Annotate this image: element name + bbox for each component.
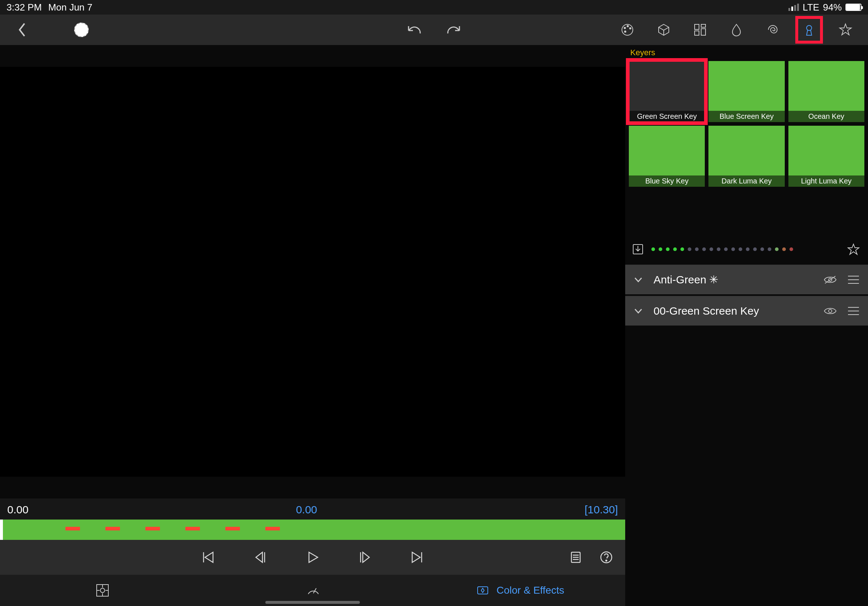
preset-dot[interactable] xyxy=(746,247,750,251)
svg-point-27 xyxy=(606,560,607,561)
preset-dot[interactable] xyxy=(688,247,691,251)
preset-dot[interactable] xyxy=(789,247,793,251)
time-current: 0.00 xyxy=(296,504,317,516)
spiral-tool-button[interactable] xyxy=(765,22,781,38)
time-duration: [10.30] xyxy=(584,504,618,516)
status-time: 3:32 PM xyxy=(6,2,42,13)
svg-rect-7 xyxy=(694,24,699,29)
play-button[interactable] xyxy=(305,549,321,565)
time-start: 0.00 xyxy=(7,504,28,516)
undo-button[interactable] xyxy=(407,22,423,38)
keyer-tile[interactable]: Green Screen Key xyxy=(629,61,705,122)
color-effects-label: Color & Effects xyxy=(496,584,564,596)
preset-dot[interactable] xyxy=(710,247,713,251)
preset-dot[interactable] xyxy=(695,247,699,251)
reorder-handle[interactable] xyxy=(847,273,860,286)
status-date: Mon Jun 7 xyxy=(48,2,92,13)
preset-dot[interactable] xyxy=(731,247,735,251)
svg-marker-38 xyxy=(848,244,859,254)
svg-rect-9 xyxy=(701,29,705,35)
grid-tool-button[interactable] xyxy=(692,22,708,38)
svg-point-29 xyxy=(100,588,105,592)
color-effects-tab[interactable]: Color & Effects xyxy=(476,584,564,597)
speed-tool-button[interactable] xyxy=(305,582,321,598)
focus-tool-button[interactable] xyxy=(95,582,110,598)
step-back-button[interactable] xyxy=(252,549,268,565)
svg-point-3 xyxy=(629,28,631,29)
record-button[interactable] xyxy=(74,23,89,37)
help-button[interactable] xyxy=(598,549,614,565)
preset-dot[interactable] xyxy=(782,247,786,251)
status-bar: 3:32 PM Mon Jun 7 LTE 94% xyxy=(0,0,868,14)
effect-name: Anti-Green ✳︎ xyxy=(654,273,814,286)
effect-row[interactable]: Anti-Green ✳︎ xyxy=(625,264,868,294)
preset-dot[interactable] xyxy=(724,247,728,251)
cube-tool-button[interactable] xyxy=(656,22,672,38)
preset-dot[interactable] xyxy=(753,247,757,251)
keyer-tile[interactable]: Dark Luma Key xyxy=(708,126,784,187)
keyer-tile-label: Blue Screen Key xyxy=(708,111,784,122)
svg-point-2 xyxy=(627,25,628,27)
preset-dot[interactable] xyxy=(659,247,662,251)
preset-dot[interactable] xyxy=(651,247,655,251)
keyer-tile-label: Dark Luma Key xyxy=(708,175,784,187)
keyers-label: Keyers xyxy=(625,45,868,61)
keyer-tile[interactable]: Ocean Key xyxy=(788,61,864,122)
svg-marker-17 xyxy=(309,552,318,563)
back-button[interactable] xyxy=(14,22,31,38)
drop-tool-button[interactable] xyxy=(728,22,744,38)
signal-icon xyxy=(788,4,799,11)
keyer-tile[interactable]: Light Luma Key xyxy=(788,126,864,187)
keyer-tile-label: Light Luma Key xyxy=(788,175,864,187)
effect-name: 00-Green Screen Key xyxy=(654,305,814,317)
clipboard-button[interactable] xyxy=(568,549,584,565)
redo-button[interactable] xyxy=(445,22,461,38)
visibility-toggle[interactable] xyxy=(824,305,837,317)
bottom-bar: Color & Effects xyxy=(0,575,625,606)
palette-tool-button[interactable] xyxy=(619,22,636,38)
effects-panel: Keyers Green Screen KeyBlue Screen KeyOc… xyxy=(625,45,868,606)
preset-dot[interactable] xyxy=(760,247,764,251)
timeline-area: 0.00 0.00 [10.30] xyxy=(0,498,625,606)
svg-marker-20 xyxy=(412,552,420,563)
svg-point-4 xyxy=(625,31,626,32)
reorder-handle[interactable] xyxy=(847,305,860,317)
svg-marker-19 xyxy=(363,552,369,563)
preset-dot[interactable] xyxy=(702,247,706,251)
skip-start-button[interactable] xyxy=(200,549,216,565)
keyer-tile-label: Green Screen Key xyxy=(629,111,705,122)
svg-rect-10 xyxy=(694,31,699,35)
step-forward-button[interactable] xyxy=(357,549,373,565)
keyer-tile[interactable]: Blue Sky Key xyxy=(629,126,705,187)
svg-point-1 xyxy=(624,27,626,29)
home-indicator[interactable] xyxy=(265,601,360,604)
chevron-down-icon xyxy=(633,306,643,316)
preset-dot[interactable] xyxy=(717,247,721,251)
chevron-down-icon xyxy=(633,275,643,285)
keyhole-tool-button[interactable] xyxy=(801,22,817,38)
svg-marker-12 xyxy=(840,24,851,35)
svg-marker-14 xyxy=(205,552,213,563)
preset-dot[interactable] xyxy=(739,247,742,251)
star-tool-button[interactable] xyxy=(837,22,854,38)
skip-end-button[interactable] xyxy=(409,549,425,565)
battery-pct: 94% xyxy=(823,2,842,13)
svg-marker-15 xyxy=(256,552,262,563)
top-toolbar xyxy=(0,14,868,45)
svg-point-44 xyxy=(829,309,832,312)
preset-dot[interactable] xyxy=(680,247,684,251)
preview-viewport[interactable] xyxy=(0,67,625,477)
timeline-track[interactable] xyxy=(0,519,625,540)
transport-bar xyxy=(0,540,625,575)
favorite-preset-button[interactable] xyxy=(845,241,862,257)
keyer-tile[interactable]: Blue Screen Key xyxy=(708,61,784,122)
effect-row[interactable]: 00-Green Screen Key xyxy=(625,296,868,326)
preset-dot[interactable] xyxy=(775,247,778,251)
network-label: LTE xyxy=(803,2,819,13)
preset-dot[interactable] xyxy=(673,247,677,251)
preset-dot[interactable] xyxy=(666,247,670,251)
preset-dot[interactable] xyxy=(768,247,771,251)
svg-rect-8 xyxy=(701,24,705,27)
visibility-toggle[interactable] xyxy=(824,273,837,286)
download-preset-button[interactable] xyxy=(632,243,644,255)
